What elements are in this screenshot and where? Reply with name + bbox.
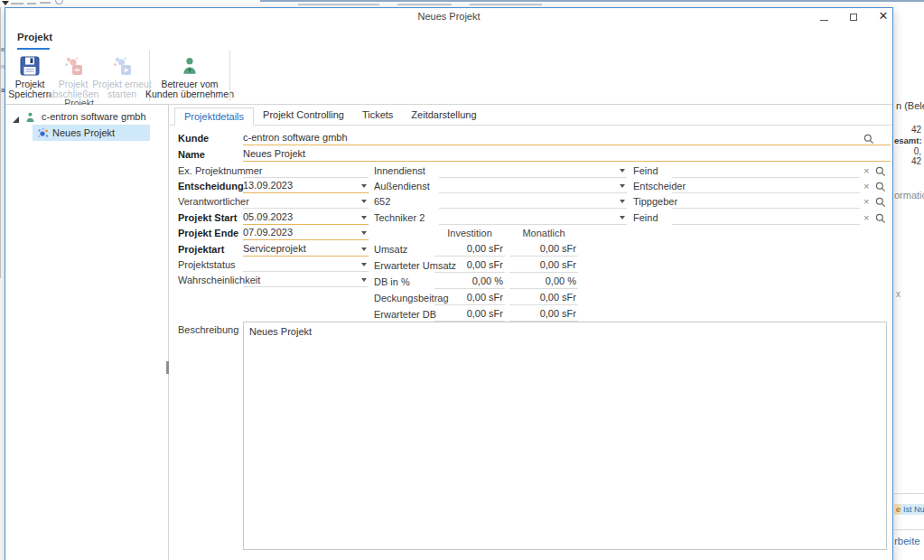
kunde-lookup-icon[interactable] — [863, 132, 874, 143]
field-value: 13.09.2023 — [243, 180, 293, 191]
tab-projekt-controlling[interactable]: Projekt Controlling — [254, 107, 353, 125]
projektstatus-label: Projektstatus — [178, 259, 236, 270]
background-artifact — [11, 3, 23, 5]
tree-expander-icon[interactable] — [13, 117, 19, 123]
projekt-start-field[interactable]: 05.09.2023 — [243, 210, 369, 225]
feind1-lookup-icon[interactable] — [875, 164, 886, 175]
umsatz-monatlich-field[interactable]: 0,00 sFr — [509, 242, 578, 257]
feind2-lookup-icon[interactable] — [875, 211, 886, 222]
background-value-fragment: esamt: 51 — [894, 135, 924, 145]
close-button[interactable]: ✕ — [872, 8, 895, 25]
ribbon-tab-underline — [17, 48, 50, 50]
feind2-label: Feind — [633, 212, 658, 223]
dropdown-arrow-icon[interactable] — [620, 216, 625, 219]
entscheider-lookup-icon[interactable] — [875, 180, 886, 191]
background-artifact — [298, 4, 379, 5]
projektstatus-field[interactable] — [243, 257, 369, 272]
entscheider-field[interactable] — [672, 179, 860, 193]
wahrscheinlichkeit-field[interactable] — [243, 273, 369, 287]
restart-project-button[interactable]: Projekt erneut starten — [96, 51, 148, 101]
background-value-fragment: 42 — [894, 156, 921, 166]
verantwortlicher-field[interactable] — [243, 194, 369, 209]
entscheidung-field[interactable]: 13.09.2023 — [243, 179, 369, 193]
ribbon: Projekt Projekt Speichern — [5, 25, 892, 105]
restart-project-icon — [110, 52, 134, 79]
tab-tickets[interactable]: Tickets — [353, 107, 402, 125]
entscheider-clear-icon[interactable]: × — [863, 180, 869, 192]
background-divider — [894, 493, 924, 494]
erwarteter-umsatz-monatlich-field[interactable]: 0,00 sFr — [509, 258, 578, 273]
close-project-button[interactable]: Projekt abschließen — [51, 51, 96, 101]
techniker2-field[interactable] — [439, 210, 627, 225]
ex-projektnummer-field[interactable] — [243, 163, 369, 178]
aussendienst-field[interactable] — [439, 179, 627, 193]
tree-item-customer[interactable]: c-entron software gmbh — [5, 108, 168, 125]
projekt-ende-label: Projekt Ende — [178, 228, 238, 238]
tippgeber-clear-icon[interactable]: × — [863, 195, 869, 208]
erwarteter-db-monatlich-field[interactable]: 0,00 sFr — [509, 307, 578, 322]
name-field[interactable]: Neues Projekt — [243, 147, 891, 162]
dropdown-arrow-icon[interactable] — [361, 231, 367, 235]
feind1-field[interactable] — [672, 163, 860, 178]
deckungsbeitrag-monatlich-field[interactable]: 0,00 sFr — [509, 291, 578, 305]
kunde-field[interactable]: c-entron software gmbh — [243, 131, 891, 145]
maximize-button[interactable] — [842, 8, 865, 25]
652-field[interactable] — [439, 194, 627, 209]
dropdown-arrow-icon[interactable] — [361, 263, 367, 266]
minimize-button[interactable] — [812, 8, 835, 25]
db-investition-field[interactable]: 0,00 % — [434, 275, 505, 289]
umsatz-investition-field[interactable]: 0,00 sFr — [434, 242, 505, 257]
dropdown-arrow-icon[interactable] — [361, 278, 367, 282]
maximize-icon — [850, 14, 857, 21]
erwarteter-umsatz-investition-field[interactable]: 0,00 sFr — [434, 258, 505, 273]
new-project-dialog: Neues Projekt ✕ Projekt Proj — [5, 7, 893, 560]
tab-zeitdarstellung[interactable]: Zeitdarstellung — [402, 107, 485, 125]
feind1-label: Feind — [633, 165, 658, 176]
projekt-ende-field[interactable]: 07.09.2023 — [243, 226, 369, 240]
deckungsbeitrag-investition-field[interactable]: 0,00 sFr — [434, 291, 505, 305]
tree-item-project-selected[interactable]: Neues Projekt — [33, 125, 150, 141]
project-tree-panel: c-entron software gmbh Neues Projekt — [5, 105, 169, 560]
name-label: Name — [178, 149, 205, 160]
652-label: 652 — [374, 196, 390, 207]
background-value-fragment: 42 — [894, 125, 921, 135]
tippgeber-lookup-icon[interactable] — [875, 195, 886, 206]
tippgeber-field[interactable] — [672, 194, 860, 209]
dropdown-arrow-icon[interactable] — [620, 169, 625, 173]
name-value: Neues Projekt — [243, 148, 305, 159]
background-artifact — [27, 3, 36, 5]
tab-projektdetails[interactable]: Projektdetails — [174, 107, 254, 126]
erwarteter-db-investition-field[interactable]: 0,00 sFr — [434, 307, 505, 322]
background-divider — [894, 529, 924, 530]
ribbon-tab-projekt[interactable]: Projekt — [17, 32, 52, 42]
field-value: 05.09.2023 — [243, 211, 293, 222]
umsatz-label: Umsatz — [374, 244, 407, 255]
kunde-label: Kunde — [178, 133, 209, 144]
dropdown-arrow-icon[interactable] — [361, 247, 367, 251]
feind1-clear-icon[interactable]: × — [863, 164, 869, 177]
ribbon-group-separator — [229, 51, 230, 101]
background-artifact-triangle — [2, 1, 9, 5]
dropdown-arrow-icon[interactable] — [361, 184, 367, 188]
innendienst-field[interactable] — [439, 163, 627, 178]
save-project-button[interactable]: Projekt Speichern — [9, 51, 51, 101]
background-search-icon — [55, 0, 63, 5]
take-supervisor-from-customer-button[interactable]: Betreuer vom Kunden übernehmen — [151, 51, 229, 101]
db-monatlich-field[interactable]: 0,00 % — [509, 275, 578, 289]
dropdown-arrow-icon[interactable] — [620, 184, 625, 188]
project-dots-icon — [37, 126, 49, 143]
feind2-field[interactable] — [672, 210, 860, 225]
panel-splitter[interactable] — [166, 361, 169, 374]
dialog-title: Neues Projekt — [417, 11, 480, 22]
dropdown-arrow-icon[interactable] — [361, 200, 367, 203]
projektart-field[interactable]: Serviceprojekt — [243, 242, 369, 257]
dropdown-arrow-icon[interactable] — [361, 216, 367, 219]
beschreibung-textarea[interactable]: Neues Projekt — [243, 322, 887, 550]
tree-item-project-label: Neues Projekt — [52, 127, 115, 138]
dropdown-arrow-icon[interactable] — [620, 200, 625, 203]
detail-tabbar: Projektdetails Projekt Controlling Ticke… — [170, 107, 892, 126]
feind2-clear-icon[interactable]: × — [863, 211, 869, 224]
save-icon — [18, 52, 42, 79]
erwarteter-db-label: Erwarteter DB — [374, 309, 436, 320]
projekt-start-label: Projekt Start — [178, 212, 237, 223]
